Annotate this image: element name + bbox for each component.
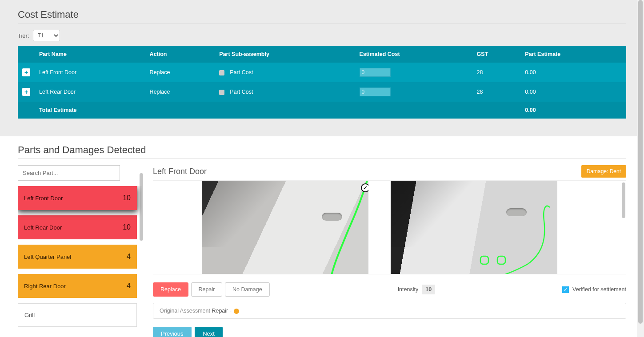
damage-badge: Damage: Dent [581,165,626,178]
cell-partest: 0.00 [520,82,626,102]
part-card[interactable]: Left Rear Door10 [18,215,137,239]
tier-select[interactable]: T1 [33,30,60,41]
cell-partest: 0.00 [520,63,626,82]
cell-part: Left Rear Door [35,82,145,102]
cost-estimate-title: Cost Estimate [18,9,626,20]
intensity-value: 10 [422,285,435,294]
col-part-est: Part Estimate [520,46,626,63]
cost-table: Part Name Action Part Sub-assembly Estim… [18,46,626,119]
intensity-display: Intensity 10 [398,285,435,294]
intensity-label: Intensity [398,286,419,293]
estimated-cost-input[interactable] [360,87,391,96]
check-icon: ✓ [562,286,569,293]
col-est: Estimated Cost [355,46,472,63]
total-row: Total Estimate0.00 [18,102,626,119]
cell-est [355,82,472,102]
assessment-suffix: - [228,308,233,314]
col-action: Action [145,46,215,63]
sidebar-scrollbar[interactable] [140,173,143,241]
no-damage-button[interactable]: No Damage [225,282,270,297]
part-card[interactable]: Left Quarter Panel4 [18,245,137,269]
cell-action: Replace [145,63,215,82]
next-button[interactable]: Next [195,327,223,337]
damage-image-2[interactable] [391,181,557,274]
part-count: 10 [123,194,131,202]
part-name: Left Quarter Panel [24,254,71,260]
severity-dot-icon [234,309,239,314]
parts-section: Parts and Damages Detected Left Front Do… [0,136,644,337]
parts-title: Parts and Damages Detected [18,144,626,156]
part-count: 10 [123,223,131,231]
part-name: Left Front Door [24,195,63,202]
estimated-cost-input[interactable] [360,68,391,77]
part-name: Grill [24,312,35,318]
part-name: Left Rear Door [24,224,62,231]
total-label: Total Estimate [35,102,145,119]
verified-label: Verified for settlement [572,286,626,293]
col-sub: Part Sub-assembly [215,46,355,63]
part-count: 4 [127,282,131,290]
cell-sub: Part Cost [215,63,355,82]
cell-est [355,63,472,82]
detail-title: Left Front Door [153,167,207,176]
part-count: 4 [127,253,131,261]
part-card[interactable]: Left Front Door10 [18,186,137,210]
tier-row: Tier: T1 [18,30,626,41]
part-name: Right Rear Door [24,283,66,289]
table-row: +Left Front DoorReplacePart Cost280.00 [18,63,626,82]
damage-image-1[interactable]: ✓ [202,181,368,274]
check-icon: ✓ [361,183,368,192]
page-scrollbar-thumb[interactable] [638,0,643,324]
assessment-prefix: Original Assessment [160,308,212,314]
nav-buttons: Previous Next [153,327,626,337]
cost-estimate-section: Cost Estimate Tier: T1 Part Name Action … [0,0,644,136]
expand-button[interactable]: + [22,88,30,96]
part-card[interactable]: Right Rear Door4 [18,274,137,298]
repair-button[interactable]: Repair [191,282,223,297]
assessment-box: Original Assessment Repair - [153,303,626,319]
search-input[interactable] [18,165,120,181]
cell-part: Left Front Door [35,63,145,82]
total-value: 0.00 [520,102,626,119]
replace-button[interactable]: Replace [153,282,188,297]
page-scrollbar-track[interactable] [637,0,644,337]
cell-gst: 28 [472,63,521,82]
cell-gst: 28 [472,82,521,102]
cell-action: Replace [145,82,215,102]
assessment-value: Repair [212,308,228,314]
part-card[interactable]: Grill [18,303,137,327]
checkbox-icon[interactable] [219,70,224,75]
divider [18,23,626,24]
col-part-name: Part Name [35,46,145,63]
cell-sub: Part Cost [215,82,355,102]
image-scrollbar[interactable] [622,182,625,218]
action-buttons: Replace Repair No Damage [153,282,271,297]
tier-label: Tier: [18,32,29,39]
verified-checkbox[interactable]: ✓ Verified for settlement [562,286,626,293]
previous-button[interactable]: Previous [153,327,192,337]
divider [18,159,626,159]
col-gst: GST [472,46,521,63]
detail-panel: Left Front Door Damage: Dent ✓ [153,165,626,337]
image-row: ✓ [153,180,626,274]
table-row: +Left Rear DoorReplacePart Cost280.00 [18,82,626,102]
checkbox-icon[interactable] [219,90,224,95]
parts-sidebar: Left Front Door10Left Rear Door10Left Qu… [18,165,142,337]
expand-button[interactable]: + [22,68,30,76]
